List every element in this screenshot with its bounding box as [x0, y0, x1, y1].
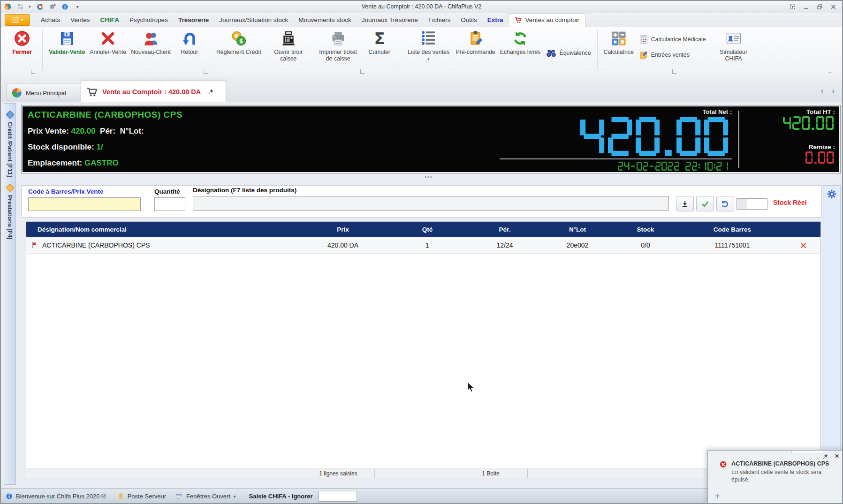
menu-tab-fichiers[interactable]: Fichiers	[423, 14, 456, 27]
fullscreen-button[interactable]	[790, 4, 796, 10]
tab-scroll-right-icon[interactable]: ›	[832, 86, 835, 96]
load-product-button[interactable]	[676, 196, 694, 211]
dialog-launcher-icon[interactable]	[360, 69, 365, 74]
menu-tab-journaux-tresorerie[interactable]: Journaux Trésorerie	[357, 14, 423, 27]
application-menu-button[interactable]: ▾	[5, 14, 30, 26]
document-tabstrip: Menu Principal Vente au Comptoir : 420.0…	[0, 76, 843, 102]
menu-tab-label: CHIFA	[100, 16, 120, 23]
info-icon[interactable]	[61, 3, 68, 10]
column-header-prix[interactable]: Prix	[298, 226, 387, 233]
menu-tab-extra[interactable]: Extra	[482, 14, 509, 27]
undo-button[interactable]	[716, 196, 734, 211]
menu-tab-journaux-situation-stock[interactable]: Journaux/Situation stock	[214, 14, 293, 27]
table-row[interactable]: ACTICARBINE (CARBOPHOS) CPS420.00 DA112/…	[26, 237, 820, 254]
ribbon-button-valider-vente[interactable]: Valider-Vente	[46, 29, 87, 56]
stock-reel-input[interactable]	[737, 198, 767, 210]
restore-button[interactable]	[817, 4, 823, 10]
ribbon-collapse-icon[interactable]: ︿	[828, 68, 833, 75]
chevron-down-icon: ▾	[21, 18, 23, 22]
color-wheel-icon[interactable]	[36, 3, 44, 11]
menu-tab-label: Mouvements stock	[298, 16, 351, 23]
ribbon-button-calculatrice-medicale[interactable]: Calculatrice Médicale	[639, 35, 706, 44]
coins-icon: €$	[230, 30, 247, 47]
splitter-grip[interactable]: •••	[425, 174, 433, 180]
popup-grip[interactable]	[791, 451, 823, 453]
column-header-code-barres[interactable]: Code Barres	[678, 226, 786, 233]
ribbon-button-pre-commande[interactable]: Pré-commande	[454, 29, 498, 56]
ribbon-button-echanges-livres[interactable]: Echanges livrés	[498, 29, 543, 56]
menu-tab-ventes[interactable]: Ventes	[65, 14, 95, 27]
poste-serveur-item[interactable]: Poste Serveur	[117, 493, 166, 500]
ribbon-button-ouvrir-tiroir-caisse[interactable]: Ouvrir tiroir caisse	[264, 29, 313, 63]
sidebar-item-prestations[interactable]: Prestations [F4]	[7, 183, 13, 239]
delete-row-button[interactable]	[799, 241, 807, 249]
menu-tab-ventes-au-comptoir[interactable]: Ventes au comptoir	[508, 13, 585, 27]
ribbon-button-simulateur-chifa[interactable]: Simulateur CHIFA	[709, 29, 759, 63]
button-label: Réglement Crédit	[216, 49, 261, 55]
column-header-per[interactable]: Pér.	[467, 226, 542, 233]
dialog-launcher-icon[interactable]	[31, 69, 35, 74]
close-button[interactable]	[830, 4, 836, 10]
idcard-icon	[725, 30, 742, 47]
grid-caret-icon[interactable]: ▾	[29, 4, 31, 9]
column-header-designation-nom-commercial[interactable]: Désignation/Nom commercial	[26, 226, 298, 233]
emplacement-value: GASTRO	[84, 158, 119, 167]
chevron-down-icon: ▾	[427, 57, 430, 61]
pin-icon[interactable]	[208, 89, 214, 95]
menu-tab-tresorerie[interactable]: Trésorerie	[173, 14, 214, 27]
add-icon[interactable]: +	[714, 491, 720, 501]
fenetres-ouvert-item[interactable]: Fenêtres Ouvert ▾	[175, 493, 235, 500]
ribbon-group: Fermer	[2, 27, 42, 56]
ribbon-button-liste-des-ventes[interactable]: Liste des ventes ▾	[404, 29, 454, 63]
ribbon-button-reglement-credit[interactable]: €$Réglement Crédit	[214, 29, 264, 56]
menu-tab-label: Ventes	[70, 16, 90, 23]
ribbon-button-retour[interactable]: Retour	[173, 29, 206, 56]
notification-title: ACTICARBINE (CARBOPHOS) CPS	[731, 460, 829, 467]
designation-input[interactable]	[193, 196, 669, 211]
menu-tab-label: Journaux/Situation stock	[219, 16, 288, 23]
dialog-launcher-icon[interactable]	[672, 69, 676, 74]
ribbon-button-cumuler[interactable]: ΣCumuler	[363, 29, 396, 56]
column-header-stock[interactable]: Stock	[613, 226, 678, 233]
menu-tab-chifa[interactable]: CHIFA	[95, 14, 125, 27]
stock-alert-popup: ✕ ACTICARBINE (CARBOPHOS) CPS En validan…	[707, 450, 843, 504]
ribbon-button-nouveau-client[interactable]: Nouveau-Client	[129, 29, 173, 56]
clipboard-icon	[467, 30, 484, 47]
emplacement-label: Emplacement:	[28, 158, 82, 167]
notification-message: En validant cette vente le stock sera ép…	[731, 468, 838, 483]
ribbon-button-fermer[interactable]: Fermer	[6, 29, 38, 56]
note-icon	[639, 50, 648, 60]
quantity-input[interactable]	[154, 197, 185, 211]
tab-menu-principal[interactable]: Menu Principal	[7, 83, 83, 102]
pin-icon[interactable]	[822, 453, 828, 459]
dialog-launcher-icon[interactable]	[204, 69, 208, 74]
menu-tab-psychotropes[interactable]: Psychotropes	[124, 14, 173, 27]
tab-vente-au-comptoir[interactable]: Vente au Comptoir : 420.00 DA	[81, 81, 226, 102]
ribbon-button-imprimer-ticket-de-caisse[interactable]: Imprimer ticket de caisse	[313, 29, 363, 63]
gear-icon[interactable]	[49, 3, 56, 10]
column-header-n-lot[interactable]: N°Lot	[542, 226, 613, 233]
quick-access-caret-icon[interactable]: ▾	[76, 4, 79, 9]
column-header-qte[interactable]: Qté	[387, 226, 467, 233]
minimize-button[interactable]	[803, 4, 809, 10]
calculator-icon	[610, 30, 627, 47]
confirm-button[interactable]	[696, 196, 714, 211]
ribbon-button-calculatrice[interactable]: Calculatrice	[601, 29, 636, 56]
menu-tab-outils[interactable]: Outils	[456, 14, 482, 27]
ribbon-button-equivalence[interactable]: Équivalence	[543, 46, 593, 60]
menu-tab-achats[interactable]: Achats	[36, 14, 65, 27]
ribbon-button-annuler-vente[interactable]: Annuler-Vente	[87, 29, 129, 56]
menu-tab-mouvements-stock[interactable]: Mouvements stock	[293, 14, 357, 27]
settings-gear-icon[interactable]	[827, 189, 837, 199]
grid-chooser-icon[interactable]	[17, 3, 23, 10]
tab-scroll-left-icon[interactable]: ‹	[821, 86, 824, 96]
sidebar-item-credit-patient[interactable]: Crédit /Patient [F11]	[7, 110, 13, 177]
barcode-input[interactable]	[28, 197, 141, 211]
close-icon[interactable]: ✕	[835, 453, 839, 459]
ribbon-button-entrees-ventes[interactable]: Entrées ventes	[639, 50, 706, 60]
button-label: Cumuler	[368, 49, 390, 55]
status-input[interactable]	[319, 491, 357, 502]
entry-panel: Code à Barres/Prix Vente Quantité Désign…	[21, 185, 822, 218]
button-label: Entrées ventes	[651, 52, 690, 58]
designation-label: Désignation (F7 liste des produits)	[193, 187, 296, 194]
